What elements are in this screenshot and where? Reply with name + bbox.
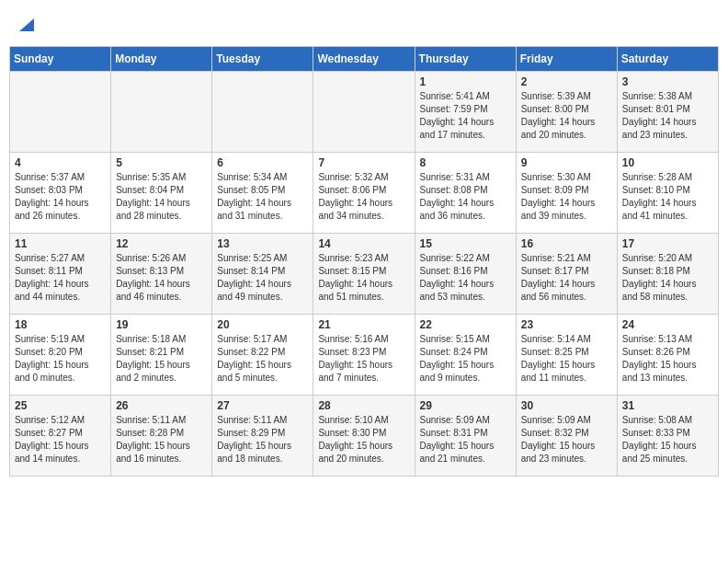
day-number: 13 (217, 237, 308, 250)
day-number: 22 (420, 318, 511, 331)
day-info: Sunrise: 5:08 AM Sunset: 8:33 PM Dayligh… (622, 414, 713, 465)
day-info: Sunrise: 5:18 AM Sunset: 8:21 PM Dayligh… (116, 333, 207, 385)
day-info: Sunrise: 5:37 AM Sunset: 8:03 PM Dayligh… (15, 171, 106, 223)
day-info: Sunrise: 5:11 AM Sunset: 8:28 PM Dayligh… (116, 414, 207, 465)
day-number: 23 (521, 318, 612, 331)
day-number: 15 (420, 237, 511, 250)
calendar-cell: 26Sunrise: 5:11 AM Sunset: 8:28 PM Dayli… (111, 395, 212, 476)
day-number: 29 (420, 399, 511, 412)
calendar-cell: 21Sunrise: 5:16 AM Sunset: 8:23 PM Dayli… (313, 314, 415, 395)
day-number: 21 (318, 318, 409, 331)
day-number: 17 (622, 237, 713, 250)
calendar-cell: 30Sunrise: 5:09 AM Sunset: 8:32 PM Dayli… (516, 395, 617, 476)
calendar-cell: 13Sunrise: 5:25 AM Sunset: 8:14 PM Dayli… (212, 233, 313, 314)
day-info: Sunrise: 5:38 AM Sunset: 8:01 PM Dayligh… (622, 90, 713, 142)
calendar-cell: 15Sunrise: 5:22 AM Sunset: 8:16 PM Dayli… (415, 233, 516, 314)
day-number: 10 (622, 156, 713, 169)
day-number: 12 (116, 237, 207, 250)
calendar-cell: 28Sunrise: 5:10 AM Sunset: 8:30 PM Dayli… (313, 395, 415, 476)
day-info: Sunrise: 5:09 AM Sunset: 8:32 PM Dayligh… (521, 414, 612, 465)
calendar-week-2: 4Sunrise: 5:37 AM Sunset: 8:03 PM Daylig… (10, 152, 719, 233)
day-info: Sunrise: 5:32 AM Sunset: 8:06 PM Dayligh… (318, 171, 409, 223)
calendar-cell (212, 71, 313, 152)
logo-text (18, 17, 35, 37)
day-info: Sunrise: 5:09 AM Sunset: 8:31 PM Dayligh… (420, 414, 511, 465)
day-info: Sunrise: 5:17 AM Sunset: 8:22 PM Dayligh… (217, 333, 308, 385)
day-number: 6 (217, 156, 308, 169)
day-number: 31 (622, 399, 713, 412)
logo-triangle-icon (19, 15, 34, 35)
day-info: Sunrise: 5:22 AM Sunset: 8:16 PM Dayligh… (420, 252, 511, 304)
day-info: Sunrise: 5:27 AM Sunset: 8:11 PM Dayligh… (15, 252, 106, 304)
day-number: 8 (420, 156, 511, 169)
calendar-cell: 22Sunrise: 5:15 AM Sunset: 8:24 PM Dayli… (415, 314, 516, 395)
day-number: 28 (318, 399, 409, 412)
day-number: 4 (15, 156, 106, 169)
day-info: Sunrise: 5:28 AM Sunset: 8:10 PM Dayligh… (622, 171, 713, 223)
day-number: 19 (116, 318, 207, 331)
day-number: 27 (217, 399, 308, 412)
calendar-cell (10, 71, 111, 152)
day-info: Sunrise: 5:14 AM Sunset: 8:25 PM Dayligh… (521, 333, 612, 385)
calendar-cell: 18Sunrise: 5:19 AM Sunset: 8:20 PM Dayli… (10, 314, 111, 395)
calendar-cell: 16Sunrise: 5:21 AM Sunset: 8:17 PM Dayli… (516, 233, 617, 314)
day-number: 26 (116, 399, 207, 412)
calendar-cell: 19Sunrise: 5:18 AM Sunset: 8:21 PM Dayli… (111, 314, 212, 395)
calendar-cell: 3Sunrise: 5:38 AM Sunset: 8:01 PM Daylig… (617, 71, 718, 152)
day-number: 18 (15, 318, 106, 331)
day-info: Sunrise: 5:26 AM Sunset: 8:13 PM Dayligh… (116, 252, 207, 304)
day-info: Sunrise: 5:20 AM Sunset: 8:18 PM Dayligh… (622, 252, 713, 304)
calendar-cell: 11Sunrise: 5:27 AM Sunset: 8:11 PM Dayli… (10, 233, 111, 314)
day-info: Sunrise: 5:10 AM Sunset: 8:30 PM Dayligh… (318, 414, 409, 465)
day-info: Sunrise: 5:35 AM Sunset: 8:04 PM Dayligh… (116, 171, 207, 223)
calendar-cell: 27Sunrise: 5:11 AM Sunset: 8:29 PM Dayli… (212, 395, 313, 476)
calendar-week-1: 1Sunrise: 5:41 AM Sunset: 7:59 PM Daylig… (10, 71, 719, 152)
day-number: 1 (420, 75, 511, 88)
day-info: Sunrise: 5:12 AM Sunset: 8:27 PM Dayligh… (15, 414, 106, 465)
day-number: 24 (622, 318, 713, 331)
day-info: Sunrise: 5:19 AM Sunset: 8:20 PM Dayligh… (15, 333, 106, 385)
calendar-cell: 20Sunrise: 5:17 AM Sunset: 8:22 PM Dayli… (212, 314, 313, 395)
calendar-cell: 29Sunrise: 5:09 AM Sunset: 8:31 PM Dayli… (415, 395, 516, 476)
logo (18, 17, 35, 37)
calendar-cell: 7Sunrise: 5:32 AM Sunset: 8:06 PM Daylig… (313, 152, 415, 233)
calendar-cell: 25Sunrise: 5:12 AM Sunset: 8:27 PM Dayli… (10, 395, 111, 476)
calendar-week-3: 11Sunrise: 5:27 AM Sunset: 8:11 PM Dayli… (10, 233, 719, 314)
calendar-cell: 1Sunrise: 5:41 AM Sunset: 7:59 PM Daylig… (415, 71, 516, 152)
day-number: 30 (521, 399, 612, 412)
weekday-header-monday: Monday (111, 46, 212, 71)
calendar-cell: 5Sunrise: 5:35 AM Sunset: 8:04 PM Daylig… (111, 152, 212, 233)
weekday-header-wednesday: Wednesday (313, 46, 415, 71)
day-info: Sunrise: 5:13 AM Sunset: 8:26 PM Dayligh… (622, 333, 713, 385)
calendar-cell: 14Sunrise: 5:23 AM Sunset: 8:15 PM Dayli… (313, 233, 415, 314)
day-info: Sunrise: 5:34 AM Sunset: 8:05 PM Dayligh… (217, 171, 308, 223)
calendar-cell: 6Sunrise: 5:34 AM Sunset: 8:05 PM Daylig… (212, 152, 313, 233)
calendar-cell: 31Sunrise: 5:08 AM Sunset: 8:33 PM Dayli… (617, 395, 718, 476)
day-info: Sunrise: 5:31 AM Sunset: 8:08 PM Dayligh… (420, 171, 511, 223)
weekday-header-thursday: Thursday (415, 46, 516, 71)
day-number: 25 (15, 399, 106, 412)
day-info: Sunrise: 5:30 AM Sunset: 8:09 PM Dayligh… (521, 171, 612, 223)
calendar-cell (111, 71, 212, 152)
day-info: Sunrise: 5:41 AM Sunset: 7:59 PM Dayligh… (420, 90, 511, 142)
weekday-header-tuesday: Tuesday (212, 46, 313, 71)
calendar-cell: 24Sunrise: 5:13 AM Sunset: 8:26 PM Dayli… (617, 314, 718, 395)
day-info: Sunrise: 5:21 AM Sunset: 8:17 PM Dayligh… (521, 252, 612, 304)
weekday-header-row: SundayMondayTuesdayWednesdayThursdayFrid… (10, 46, 719, 71)
calendar-cell: 17Sunrise: 5:20 AM Sunset: 8:18 PM Dayli… (617, 233, 718, 314)
day-number: 2 (521, 75, 612, 88)
calendar-body: 1Sunrise: 5:41 AM Sunset: 7:59 PM Daylig… (10, 71, 719, 476)
svg-marker-0 (19, 18, 34, 31)
calendar-cell: 10Sunrise: 5:28 AM Sunset: 8:10 PM Dayli… (617, 152, 718, 233)
day-info: Sunrise: 5:11 AM Sunset: 8:29 PM Dayligh… (217, 414, 308, 465)
weekday-header-friday: Friday (516, 46, 617, 71)
page-header (9, 9, 719, 40)
day-number: 20 (217, 318, 308, 331)
calendar-cell (313, 71, 415, 152)
weekday-header-saturday: Saturday (617, 46, 718, 71)
day-number: 11 (15, 237, 106, 250)
day-number: 3 (622, 75, 713, 88)
day-info: Sunrise: 5:15 AM Sunset: 8:24 PM Dayligh… (420, 333, 511, 385)
day-number: 14 (318, 237, 409, 250)
calendar-cell: 8Sunrise: 5:31 AM Sunset: 8:08 PM Daylig… (415, 152, 516, 233)
